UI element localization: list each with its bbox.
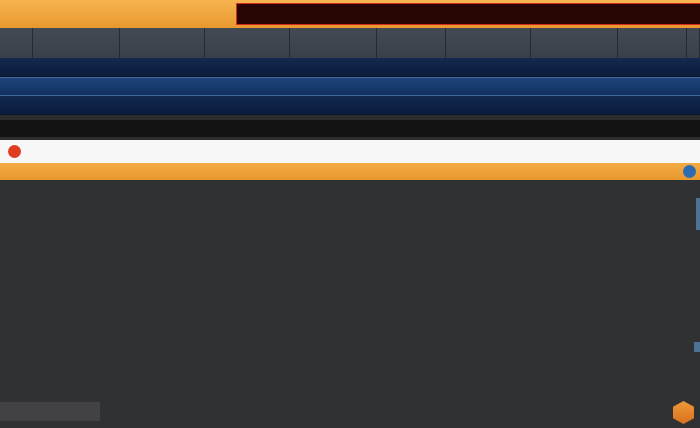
table-row[interactable]: [0, 58, 700, 77]
minimize-button[interactable]: [582, 140, 620, 163]
column-header-total-hands[interactable]: [205, 28, 290, 58]
column-header-usd-hr[interactable]: [618, 28, 687, 58]
options-button[interactable]: [0, 402, 100, 421]
window-title-bar[interactable]: [0, 140, 700, 163]
maximize-button[interactable]: [620, 140, 658, 163]
hm2-app-icon: [8, 145, 21, 158]
table-row[interactable]: [0, 96, 700, 115]
results-table-header: [0, 28, 700, 58]
column-header-spacer: [687, 28, 700, 58]
powered-by-brand: [668, 401, 694, 424]
column-header-game-type[interactable]: [0, 28, 33, 58]
column-header-net-won[interactable]: [377, 28, 446, 58]
totals-row: [0, 120, 700, 137]
edge-scrollbar-fragment[interactable]: [694, 342, 700, 352]
hm2-app-window: [0, 0, 700, 428]
results-filter-bar: [0, 0, 700, 28]
results-graph-window: [0, 140, 700, 428]
graph-filter-bar: [0, 163, 700, 180]
column-header-ev-bb100[interactable]: [531, 28, 618, 58]
restricted-hands-warning[interactable]: [236, 3, 700, 25]
chart-plot-area: [0, 180, 700, 395]
table-row-selected[interactable]: [0, 77, 700, 96]
close-button[interactable]: [658, 140, 696, 163]
column-header-minutes-played[interactable]: [290, 28, 377, 58]
column-header-size[interactable]: [33, 28, 120, 58]
column-header-big-blind[interactable]: [120, 28, 205, 58]
column-header-bb100[interactable]: [446, 28, 531, 58]
edge-scrollbar-fragment[interactable]: [696, 198, 700, 230]
help-icon[interactable]: [683, 165, 696, 178]
hm2-badge-icon: [673, 401, 694, 424]
results-chart: [0, 180, 700, 428]
results-table-body: [0, 58, 700, 115]
